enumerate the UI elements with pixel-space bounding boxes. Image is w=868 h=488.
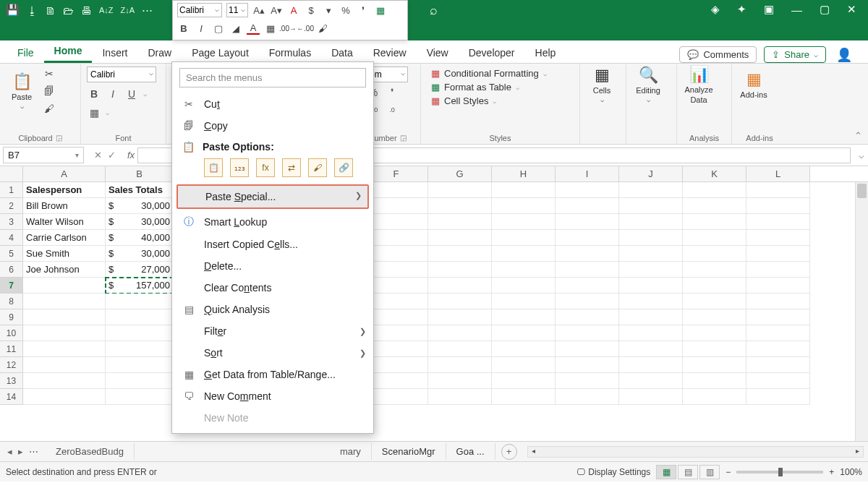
- cell[interactable]: [492, 389, 556, 405]
- select-all-corner[interactable]: [0, 166, 23, 181]
- cell[interactable]: [365, 262, 428, 278]
- col-header-k[interactable]: K: [683, 166, 746, 181]
- cell[interactable]: [746, 214, 810, 230]
- cell[interactable]: [492, 373, 556, 389]
- cell[interactable]: [746, 246, 810, 262]
- cell[interactable]: [492, 230, 556, 246]
- comments-button[interactable]: 💬Comments: [679, 46, 757, 63]
- enter-formula-icon[interactable]: ✓: [108, 150, 116, 160]
- analyze-data-button[interactable]: 📊AnalyzeData: [683, 67, 715, 103]
- font-name-select[interactable]: [87, 67, 156, 82]
- copy-icon[interactable]: 🗐: [42, 84, 56, 98]
- row-header[interactable]: 13: [0, 373, 23, 389]
- cell[interactable]: Salesperson: [23, 182, 106, 198]
- cell[interactable]: [428, 389, 492, 405]
- cell[interactable]: [556, 214, 619, 230]
- tab-formulas[interactable]: Formulas: [259, 43, 321, 63]
- ctx-insert-copied[interactable]: Insert Copied Cells...: [172, 234, 373, 255]
- row-header[interactable]: 6: [0, 262, 23, 278]
- paste-button[interactable]: 📋Paste⌵: [6, 73, 38, 109]
- border-button[interactable]: ▢: [212, 22, 225, 35]
- row-header[interactable]: 8: [0, 294, 23, 309]
- cell[interactable]: [683, 357, 746, 373]
- cell[interactable]: [746, 230, 810, 246]
- cell[interactable]: $30,000: [106, 198, 174, 214]
- underline-button[interactable]: U: [124, 87, 139, 101]
- cell[interactable]: [619, 373, 683, 389]
- cell[interactable]: [556, 182, 619, 198]
- cell[interactable]: Sue Smith: [23, 246, 106, 262]
- ctx-delete[interactable]: Delete...: [172, 255, 373, 277]
- cell[interactable]: [619, 341, 683, 357]
- cell[interactable]: [365, 230, 428, 246]
- minimize-button[interactable]: —: [791, 4, 802, 16]
- cell[interactable]: [23, 309, 106, 325]
- cell[interactable]: [492, 357, 556, 373]
- zoom-out-icon[interactable]: −: [726, 467, 731, 477]
- cell[interactable]: [428, 309, 492, 325]
- tab-draw[interactable]: Draw: [137, 43, 182, 63]
- cell[interactable]: [106, 309, 174, 325]
- paste-transpose-icon[interactable]: ⇄: [282, 158, 301, 177]
- cell[interactable]: [492, 198, 556, 214]
- search-button[interactable]: ⌕: [419, 0, 448, 20]
- sort-desc-icon[interactable]: Z↓A: [121, 6, 135, 14]
- col-header-f[interactable]: F: [365, 166, 428, 181]
- cell[interactable]: [23, 278, 106, 294]
- cell[interactable]: [492, 214, 556, 230]
- cell[interactable]: [619, 278, 683, 294]
- cell[interactable]: [365, 214, 428, 230]
- fill-color-icon[interactable]: ◢: [229, 22, 242, 35]
- cell[interactable]: Sales Totals: [106, 182, 174, 198]
- row-header[interactable]: 4: [0, 230, 23, 246]
- cell[interactable]: [556, 357, 619, 373]
- cell[interactable]: [106, 389, 174, 405]
- col-header-g[interactable]: G: [428, 166, 492, 181]
- conditional-formatting-button[interactable]: ▦Conditional Formatting⌵: [431, 68, 569, 79]
- zoom-control[interactable]: − + 100%: [726, 467, 862, 477]
- row-header[interactable]: 5: [0, 246, 23, 262]
- save-icon[interactable]: 💾: [6, 4, 20, 17]
- tab-review[interactable]: Review: [363, 43, 417, 63]
- cell[interactable]: [556, 294, 619, 309]
- cell[interactable]: Walter Wilson: [23, 214, 106, 230]
- cells-button[interactable]: ▦Cells⌵: [586, 67, 618, 103]
- ctx-smart-lookup[interactable]: ⓘSmart Lookup: [172, 210, 373, 234]
- ctx-get-data[interactable]: ▦Get Data from Table/Range...: [172, 364, 373, 385]
- row-header[interactable]: 12: [0, 357, 23, 373]
- cell[interactable]: [106, 294, 174, 309]
- cell[interactable]: [428, 294, 492, 309]
- increase-font-icon[interactable]: A▴: [252, 4, 265, 17]
- cell[interactable]: Bill Brown: [23, 198, 106, 214]
- tab-data[interactable]: Data: [321, 43, 363, 63]
- cell[interactable]: [683, 198, 746, 214]
- currency-icon[interactable]: $: [305, 4, 318, 17]
- cell[interactable]: [746, 373, 810, 389]
- format-as-table-button[interactable]: ▦Format as Table⌵: [431, 82, 569, 93]
- cell[interactable]: [556, 309, 619, 325]
- bold-button[interactable]: B: [87, 87, 101, 101]
- cell[interactable]: [492, 325, 556, 341]
- cell[interactable]: [365, 309, 428, 325]
- zoom-in-icon[interactable]: +: [829, 467, 834, 477]
- cell[interactable]: [619, 309, 683, 325]
- paste-all-icon[interactable]: 📋: [204, 158, 223, 177]
- increase-decimal-icon[interactable]: .00→: [281, 22, 294, 35]
- cell[interactable]: [619, 325, 683, 341]
- cut-icon[interactable]: ✂: [42, 67, 56, 81]
- decrease-decimal-icon[interactable]: ←.00: [299, 22, 312, 35]
- cell[interactable]: [365, 325, 428, 341]
- cell[interactable]: [428, 278, 492, 294]
- cell[interactable]: [683, 309, 746, 325]
- cell[interactable]: [428, 230, 492, 246]
- fx-icon[interactable]: fx: [127, 150, 135, 160]
- cell[interactable]: [683, 341, 746, 357]
- ctx-quick-analysis[interactable]: ▤Quick Analysis: [172, 299, 373, 320]
- tab-insert[interactable]: Insert: [92, 43, 137, 63]
- cell[interactable]: [683, 246, 746, 262]
- tab-developer[interactable]: Developer: [459, 43, 525, 63]
- cell[interactable]: [619, 214, 683, 230]
- cell[interactable]: [106, 357, 174, 373]
- mini-font-name[interactable]: [177, 3, 222, 17]
- tab-help[interactable]: Help: [525, 43, 566, 63]
